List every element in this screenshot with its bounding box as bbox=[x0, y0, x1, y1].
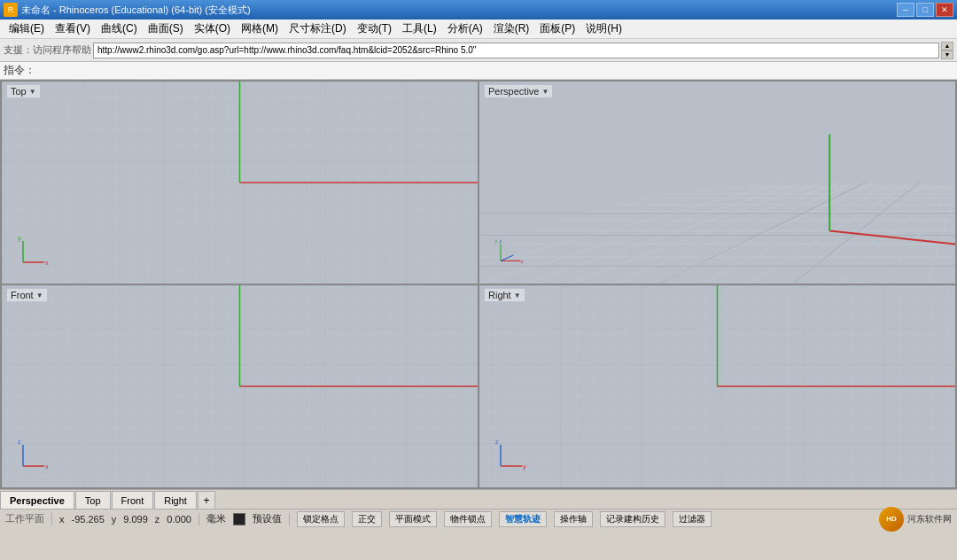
toolbar-help-label: 支援：访问程序帮助 bbox=[4, 43, 91, 57]
plane-mode-button[interactable]: 平面模式 bbox=[389, 511, 437, 527]
command-area: 指令： bbox=[0, 62, 957, 80]
url-scroll-down[interactable]: ▼ bbox=[941, 51, 953, 59]
tab-top[interactable]: Top bbox=[75, 491, 111, 509]
menu-item-mesh[interactable]: 网格(M) bbox=[236, 19, 284, 38]
command-input[interactable] bbox=[39, 65, 953, 77]
z-coord-value: 0.000 bbox=[167, 514, 191, 525]
status-bar: 工作平面 x -95.265 y 9.099 z 0.000 毫米 预设值 锁定… bbox=[0, 509, 957, 528]
y-coord-value: 9.099 bbox=[123, 514, 148, 525]
preset-color-swatch bbox=[233, 513, 245, 525]
z-coord-label: z bbox=[155, 514, 160, 525]
svg-text:x: x bbox=[520, 259, 523, 264]
maximize-button[interactable]: □ bbox=[916, 3, 934, 17]
viewport-front[interactable]: Front ▼ x z bbox=[2, 285, 478, 487]
object-snap-button[interactable]: 物件锁点 bbox=[444, 511, 492, 527]
logo-icon: HD bbox=[879, 507, 904, 532]
snap-grid-button[interactable]: 锁定格点 bbox=[297, 511, 345, 527]
toolbar: 支援：访问程序帮助 ▲ ▼ bbox=[0, 39, 957, 62]
svg-line-44 bbox=[501, 255, 513, 261]
menu-item-transform[interactable]: 变动(T) bbox=[352, 19, 397, 38]
status-divider-1 bbox=[51, 513, 52, 525]
tab-add-button[interactable]: + bbox=[198, 491, 215, 509]
menu-bar: 编辑(E) 查看(V) 曲线(C) 曲面(S) 实体(O) 网格(M) 尺寸标注… bbox=[0, 19, 957, 39]
menu-item-surface[interactable]: 曲面(S) bbox=[143, 19, 189, 38]
logo-area: HD 河东软件网 bbox=[879, 507, 952, 532]
svg-text:x: x bbox=[45, 260, 49, 266]
menu-item-dimension[interactable]: 尺寸标注(D) bbox=[284, 19, 352, 38]
menu-item-help[interactable]: 说明(H) bbox=[580, 19, 627, 38]
viewport-perspective-label[interactable]: Perspective ▼ bbox=[485, 85, 552, 97]
x-coord-label: x bbox=[59, 514, 65, 525]
viewport-front-dropdown[interactable]: ▼ bbox=[36, 292, 43, 299]
status-divider-3 bbox=[289, 513, 290, 525]
work-plane-label: 工作平面 bbox=[5, 512, 44, 525]
tab-perspective[interactable]: Perspective bbox=[0, 491, 74, 509]
front-axes-indicator: x z bbox=[16, 438, 51, 473]
viewport-top[interactable]: Top ▼ x y bbox=[2, 82, 478, 284]
menu-item-curve[interactable]: 曲线(C) bbox=[96, 19, 143, 38]
viewport-perspective-dropdown[interactable]: ▼ bbox=[541, 88, 549, 96]
perspective-axes-indicator: x y z bbox=[494, 234, 529, 269]
top-axes-indicator: x y bbox=[16, 234, 51, 269]
viewport-front-label[interactable]: Front ▼ bbox=[7, 289, 47, 301]
status-divider-2 bbox=[198, 513, 199, 525]
logo-text: 河东软件网 bbox=[907, 513, 952, 525]
menu-item-panel[interactable]: 面板(P) bbox=[534, 19, 580, 38]
preset-label: 预设值 bbox=[253, 512, 282, 525]
menu-item-edit[interactable]: 编辑(E) bbox=[4, 19, 50, 38]
minimize-button[interactable]: ─ bbox=[897, 3, 914, 17]
window-controls: ─ □ ✕ bbox=[897, 3, 953, 17]
viewport-right[interactable]: Right ▼ y z bbox=[479, 285, 955, 487]
right-axes-indicator: y z bbox=[494, 438, 529, 473]
app-icon: R bbox=[4, 3, 18, 17]
svg-text:y: y bbox=[523, 463, 526, 471]
tab-right[interactable]: Right bbox=[154, 491, 197, 509]
gumball-button[interactable]: 操作轴 bbox=[554, 511, 593, 527]
menu-item-analysis[interactable]: 分析(A) bbox=[442, 19, 488, 38]
url-input[interactable] bbox=[93, 43, 939, 58]
menu-item-tools[interactable]: 工具(L) bbox=[397, 19, 442, 38]
svg-text:y: y bbox=[495, 238, 498, 244]
title-bar: R 未命名 - Rhinoceros (Educational) (64-bit… bbox=[0, 0, 957, 19]
viewport-top-dropdown[interactable]: ▼ bbox=[29, 88, 36, 96]
unit-label: 毫米 bbox=[206, 512, 226, 525]
y-coord-label: y bbox=[112, 514, 117, 525]
viewport-top-label[interactable]: Top ▼ bbox=[7, 85, 40, 97]
svg-rect-9 bbox=[479, 82, 955, 284]
viewport-perspective[interactable]: Perspective ▼ x y z bbox=[479, 82, 955, 284]
menu-item-solid[interactable]: 实体(O) bbox=[189, 19, 236, 38]
tab-bar: Perspective Top Front Right + bbox=[0, 489, 957, 509]
url-scroll-up[interactable]: ▲ bbox=[941, 42, 953, 51]
history-button[interactable]: 记录建构历史 bbox=[600, 511, 665, 527]
filter-button[interactable]: 过滤器 bbox=[673, 511, 712, 527]
viewports-container: Top ▼ x y bbox=[0, 80, 957, 489]
x-coord-value: -95.265 bbox=[72, 514, 105, 525]
svg-text:x: x bbox=[45, 463, 49, 470]
viewport-right-label[interactable]: Right ▼ bbox=[485, 289, 525, 301]
menu-item-render[interactable]: 渲染(R) bbox=[488, 19, 535, 38]
menu-item-view[interactable]: 查看(V) bbox=[50, 19, 96, 38]
svg-text:z: z bbox=[499, 238, 502, 244]
close-button[interactable]: ✕ bbox=[936, 3, 953, 17]
ortho-button[interactable]: 正交 bbox=[352, 511, 382, 527]
svg-text:z: z bbox=[495, 439, 499, 445]
smart-track-button[interactable]: 智慧轨迹 bbox=[499, 511, 547, 527]
tab-front[interactable]: Front bbox=[112, 491, 154, 509]
command-label: 指令： bbox=[4, 63, 35, 78]
svg-text:y: y bbox=[18, 235, 21, 242]
svg-text:z: z bbox=[18, 439, 21, 445]
window-title: 未命名 - Rhinoceros (Educational) (64-bit) … bbox=[21, 4, 897, 17]
viewport-right-dropdown[interactable]: ▼ bbox=[514, 292, 521, 299]
